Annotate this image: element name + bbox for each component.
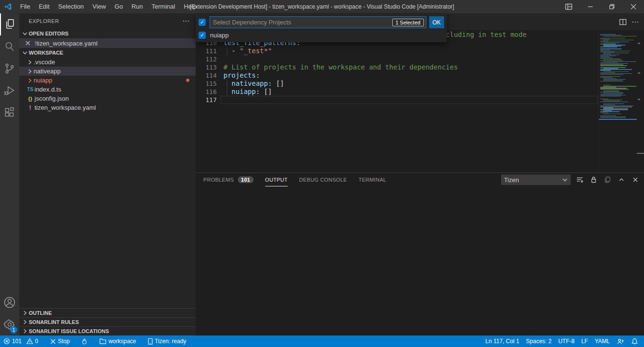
sonarlint-rules-section[interactable]: SONARLINT RULES [19, 317, 196, 326]
run-debug-icon[interactable] [0, 80, 19, 102]
chevron-right-icon [21, 318, 29, 326]
output-panel-body[interactable] [196, 186, 644, 335]
menu-file[interactable]: File [16, 0, 35, 13]
close-editor-icon[interactable] [24, 39, 32, 47]
line-number: 117 [196, 96, 217, 104]
code-line: 114 projects: [196, 71, 598, 80]
encoding-button[interactable]: UTF-8 [555, 335, 578, 347]
customize-layout-button[interactable] [558, 0, 579, 13]
eol-button[interactable]: LF [578, 335, 591, 347]
file-label: tizen_workspace.yaml [35, 104, 96, 111]
close-window-button[interactable] [622, 0, 644, 13]
menu-bar: File Edit Selection View Go Run Terminal… [16, 0, 201, 13]
tizen-status-button[interactable]: Tizen: ready [144, 335, 190, 347]
problems-status[interactable]: 101 0 [0, 335, 42, 347]
stop-label: Stop [58, 338, 70, 345]
account-icon[interactable] [0, 291, 19, 313]
line-number: 116 [196, 88, 217, 96]
minimap[interactable] [598, 30, 637, 173]
error-icon [3, 338, 10, 345]
settings-gear-icon[interactable]: 1 [0, 313, 19, 335]
overview-ruler-scrollbar[interactable] [637, 30, 644, 173]
selected-count-badge: 1 Selected [392, 19, 424, 26]
menu-terminal[interactable]: Terminal [147, 0, 179, 13]
chevron-right-icon [26, 68, 34, 75]
tab-terminal[interactable]: TERMINAL [359, 173, 386, 186]
scrollbar-slider-edge [637, 153, 644, 154]
stop-x-icon [50, 338, 56, 345]
chevron-right-icon [21, 309, 29, 317]
code-token: nuiapp [232, 88, 256, 95]
code-line: 112 [196, 55, 598, 63]
editor-more-actions[interactable]: ⋯ [632, 18, 639, 26]
restore-button[interactable] [601, 0, 622, 13]
folder-nuiapp[interactable]: nuiapp [19, 76, 196, 85]
flame-button[interactable] [78, 335, 91, 347]
file-jsconfig-json[interactable]: {} jsconfig.json [19, 94, 196, 103]
line-number: 114 [196, 71, 217, 80]
close-panel-icon[interactable] [631, 175, 640, 185]
ruler-mark [638, 99, 640, 100]
sonarlint-issue-locations-section[interactable]: SONARLINT ISSUE LOCATIONS [19, 326, 196, 335]
notifications-button[interactable] [628, 335, 644, 347]
menu-go[interactable]: Go [110, 0, 127, 13]
file-index-d-ts[interactable]: TS index.d.ts [19, 85, 196, 94]
quick-pick-input[interactable] [213, 19, 392, 26]
code-editor[interactable]: 109 # Test file patterns used to determi… [196, 30, 644, 173]
stop-button[interactable]: Stop [47, 335, 73, 347]
feedback-button[interactable] [613, 335, 628, 347]
extensions-icon[interactable] [0, 102, 19, 124]
menu-edit[interactable]: Edit [35, 0, 54, 13]
outline-section[interactable]: OUTLINE [19, 308, 196, 317]
ok-button[interactable]: OK [429, 16, 444, 28]
open-editor-item[interactable]: ! tizen_workspace.yaml [19, 38, 196, 48]
tab-output[interactable]: OUTPUT [265, 173, 288, 186]
activity-bar: 1 [0, 13, 19, 335]
title-bar: File Edit Selection View Go Run Terminal… [0, 0, 644, 13]
folder-label: .vscode [34, 58, 55, 66]
menu-run[interactable]: Run [127, 0, 147, 13]
lock-autoscroll-icon[interactable] [589, 175, 598, 185]
item-checkbox[interactable]: ✓ [199, 32, 206, 39]
clear-output-icon[interactable] [575, 175, 585, 185]
split-editor-icon[interactable] [619, 18, 627, 26]
output-channel-select[interactable]: Tizen [501, 174, 571, 185]
workspace-button[interactable]: workspace [96, 335, 139, 347]
cursor-position-button[interactable]: Ln 117, Col 1 [482, 335, 523, 347]
indentation-button[interactable]: Spaces: 2 [523, 335, 555, 347]
tizen-status-label: Tizen: ready [155, 338, 187, 345]
typescript-file-icon: TS [26, 87, 35, 92]
menu-selection[interactable]: Selection [54, 0, 88, 13]
code-token: projects [223, 71, 256, 79]
code-token: : [] [256, 88, 272, 95]
code-line: 111 - "_test*" [196, 47, 598, 55]
quick-pick-item-nuiapp[interactable]: ✓ nuiapp [199, 29, 444, 41]
file-tizen-workspace-yaml[interactable]: ! tizen_workspace.yaml [19, 103, 196, 112]
tab-debug-console[interactable]: DEBUG CONSOLE [299, 173, 347, 186]
menu-view[interactable]: View [88, 0, 110, 13]
folder-nativeapp[interactable]: nativeapp [19, 67, 196, 76]
tab-problems[interactable]: PROBLEMS 101 [203, 173, 254, 186]
maximize-panel-icon[interactable] [617, 175, 626, 185]
select-all-checkbox[interactable]: ✓ [199, 19, 206, 26]
menu-help[interactable]: Help [179, 0, 201, 13]
cursor-position: Ln 117, Col 1 [485, 338, 519, 345]
settings-badge: 1 [10, 326, 17, 334]
minimize-button[interactable] [579, 0, 601, 13]
open-output-in-editor-icon[interactable] [603, 175, 612, 185]
language-mode-button[interactable]: YAML [591, 335, 613, 347]
eol: LF [581, 338, 588, 345]
code-token: - [223, 47, 240, 55]
explorer-more-actions[interactable]: ⋯ [182, 17, 190, 25]
workspace-header[interactable]: WORKSPACE [19, 48, 196, 58]
feedback-icon [617, 338, 624, 345]
problems-count-badge: 101 [238, 176, 254, 183]
search-icon[interactable] [0, 35, 19, 58]
code-token: : [256, 71, 259, 79]
source-control-icon[interactable] [0, 58, 19, 80]
chevron-right-icon [21, 327, 29, 335]
chevron-down-icon [562, 177, 568, 183]
explorer-icon[interactable] [0, 13, 19, 35]
folder-vscode[interactable]: .vscode [19, 58, 196, 67]
open-editors-header[interactable]: OPEN EDITORS [19, 29, 196, 38]
